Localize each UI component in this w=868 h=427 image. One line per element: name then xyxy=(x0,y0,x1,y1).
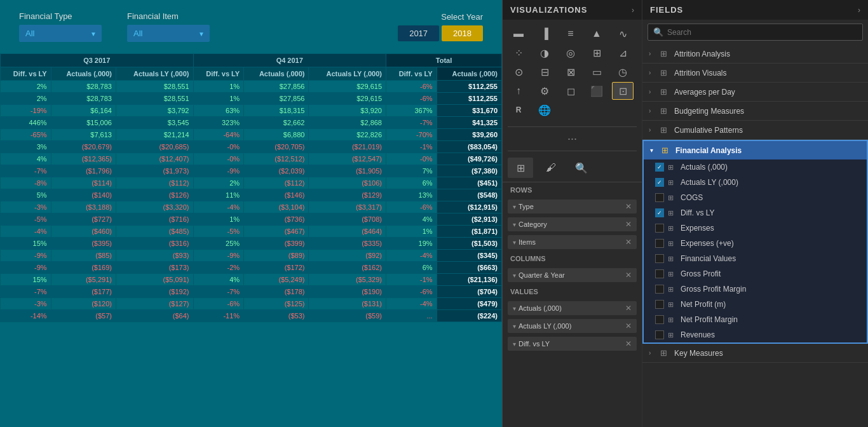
cell-ly1: ($20,685) xyxy=(116,141,193,153)
viz-stacked-bar-icon[interactable]: ≡ xyxy=(560,25,581,43)
financial-item-wrapper[interactable]: All Revenue Expenses xyxy=(127,25,210,42)
viz-shape-icon[interactable]: ◻ xyxy=(560,82,581,100)
values-diff-pill[interactable]: ▾ Diff. vs LY ✕ xyxy=(508,337,637,351)
viz-r-icon[interactable]: R xyxy=(508,101,529,119)
field-group-cumulative-header[interactable]: › ⊞ Cumulative Patterns xyxy=(642,121,868,139)
financial-item-select[interactable]: All Revenue Expenses xyxy=(127,25,210,42)
field-item-financial-values[interactable]: ⊞ Financial Values xyxy=(650,251,867,266)
diff-vs-ly-checkbox[interactable] xyxy=(655,208,664,217)
field-group-attrition-analysis-header[interactable]: › ⊞ Attrition Analysis xyxy=(642,44,868,63)
field-item-diff-vs-ly[interactable]: ⊞ Diff. vs LY xyxy=(650,205,867,220)
table-row: -7% ($177) ($192) -7% ($178) ($190) -6% … xyxy=(1,286,502,298)
financial-type-wrapper[interactable]: All Actual Budget xyxy=(19,25,102,42)
viz-card-icon[interactable]: ▭ xyxy=(586,63,607,81)
gross-profit-checkbox[interactable] xyxy=(655,269,664,278)
year-2017-btn[interactable]: 2017 xyxy=(398,25,439,41)
financial-values-checkbox[interactable] xyxy=(655,254,664,263)
viz-map-icon[interactable]: ⊙ xyxy=(508,63,529,81)
gross-profit-margin-checkbox[interactable] xyxy=(655,285,664,294)
viz-area-chart-icon[interactable]: ▲ xyxy=(586,25,607,43)
viz-selected-icon[interactable]: ⊡ xyxy=(612,82,634,100)
net-profit-m-checkbox[interactable] xyxy=(655,300,664,309)
viz-table-icon[interactable]: ⊟ xyxy=(534,63,555,81)
field-group-attrition-visuals-header[interactable]: › ⊞ Attrition Visuals xyxy=(642,64,868,82)
rows-category-remove[interactable]: ✕ xyxy=(625,220,632,229)
expenses-checkbox[interactable] xyxy=(655,224,664,233)
fields-expand-icon[interactable]: › xyxy=(858,6,860,15)
field-item-net-profit-margin[interactable]: ⊞ Net Profit Margin xyxy=(650,312,867,327)
values-actuals-ly-remove[interactable]: ✕ xyxy=(625,322,632,330)
values-actuals-remove[interactable]: ✕ xyxy=(625,304,632,313)
rows-items-remove[interactable]: ✕ xyxy=(625,238,632,247)
viz-scatter-icon[interactable]: ⁘ xyxy=(508,44,529,62)
cell-diff2: 63% xyxy=(193,105,244,117)
viz-bar-chart-icon[interactable]: ▬ xyxy=(508,25,529,43)
cell-diff3: 6% xyxy=(386,262,437,274)
values-actuals-ly-pill[interactable]: ▾ Actuals LY (,000) ✕ xyxy=(508,319,637,333)
viz-image-icon[interactable]: ⬛ xyxy=(586,82,607,100)
cell-total: ($1,871) xyxy=(437,226,501,238)
cell-total: ($479) xyxy=(437,298,501,310)
viz-treemap-icon[interactable]: ⊞ xyxy=(586,44,607,62)
net-profit-margin-field-icon: ⊞ xyxy=(668,316,677,324)
format-icon[interactable]: 🖌 xyxy=(538,158,564,178)
viz-column-chart-icon[interactable]: ▐ xyxy=(534,25,555,43)
cell-diff1: 15% xyxy=(1,238,51,250)
actuals-ly-checkbox[interactable] xyxy=(655,178,664,187)
viz-donut-icon[interactable]: ◎ xyxy=(560,44,581,62)
viz-slicer-icon[interactable]: ⚙ xyxy=(534,82,555,100)
values-diff-remove[interactable]: ✕ xyxy=(625,339,632,348)
filter-bar: Financial Type All Actual Budget Financi… xyxy=(0,0,502,53)
values-actuals-pill[interactable]: ▾ Actuals (,000) ✕ xyxy=(508,301,637,315)
field-group-key-measures-header[interactable]: › ⊞ Key Measures xyxy=(642,344,868,362)
actuals-checkbox[interactable] xyxy=(655,163,664,172)
field-item-net-profit-m[interactable]: ⊞ Net Profit (m) xyxy=(650,297,867,312)
field-item-expenses[interactable]: ⊞ Expenses xyxy=(650,220,867,236)
cell-act2: ($20,705) xyxy=(244,141,309,153)
rows-type-pill[interactable]: ▾ Type ✕ xyxy=(508,200,637,214)
columns-qy-pill[interactable]: ▾ Quarter & Year ✕ xyxy=(508,268,637,282)
cogs-checkbox[interactable] xyxy=(655,193,664,202)
viz-funnel-icon[interactable]: ⊿ xyxy=(612,44,634,62)
field-item-actuals[interactable]: ⊞ Actuals (,000) xyxy=(650,159,867,175)
viz-line-chart-icon[interactable]: ∿ xyxy=(612,25,634,43)
table-row: 2% $28,783 $28,551 1% $27,856 $29,615 -6… xyxy=(1,81,502,93)
viz-custom-icon[interactable]: 🌐 xyxy=(534,101,555,119)
rows-category-pill[interactable]: ▾ Category ✕ xyxy=(508,217,637,231)
gross-profit-field-icon: ⊞ xyxy=(668,270,677,278)
table-row: -5% ($727) ($716) 1% ($736) ($708) 4% ($… xyxy=(1,214,502,226)
viz-more[interactable]: ··· xyxy=(503,130,642,148)
rows-type-remove[interactable]: ✕ xyxy=(625,202,632,211)
expenses-ve-checkbox[interactable] xyxy=(655,239,664,248)
viz-pie-icon[interactable]: ◑ xyxy=(534,44,555,62)
field-group-budgeting-header[interactable]: › ⊞ Budgeting Measures xyxy=(642,102,868,120)
build-fields-icon[interactable]: ⊞ xyxy=(508,158,533,178)
field-item-gross-profit[interactable]: ⊞ Gross Profit xyxy=(650,266,867,281)
field-item-expenses-ve[interactable]: ⊞ Expenses (+ve) xyxy=(650,236,867,251)
viz-gauge-icon[interactable]: ◷ xyxy=(612,63,634,81)
field-item-cogs[interactable]: ⊞ COGS xyxy=(650,190,867,205)
columns-qy-remove[interactable]: ✕ xyxy=(625,271,632,280)
cell-act1: ($140) xyxy=(51,189,116,201)
search-input[interactable] xyxy=(667,28,857,37)
field-item-gross-profit-margin[interactable]: ⊞ Gross Profit Margin xyxy=(650,281,867,297)
viz-kpi-icon[interactable]: ↑ xyxy=(508,82,529,100)
revenues-checkbox[interactable] xyxy=(655,330,664,339)
analytics-icon[interactable]: 🔍 xyxy=(569,158,594,178)
cell-diff2: -4% xyxy=(193,201,244,214)
cell-act1: ($177) xyxy=(51,286,116,298)
field-group-financial-header[interactable]: ▾ ⊞ Financial Analysis xyxy=(644,141,867,159)
search-box[interactable]: 🔍 xyxy=(648,24,863,41)
field-group-averages-header[interactable]: › ⊞ Averages per Day xyxy=(642,83,868,101)
net-profit-margin-checkbox[interactable] xyxy=(655,315,664,324)
cell-ly2: $29,615 xyxy=(309,81,386,93)
visualizations-arrow[interactable]: › xyxy=(632,6,634,15)
year-2018-btn[interactable]: 2018 xyxy=(442,25,483,41)
cell-diff2: -0% xyxy=(193,153,244,165)
field-item-actuals-ly[interactable]: ⊞ Actuals LY (,000) xyxy=(650,175,867,190)
key-measures-arrow-icon: › xyxy=(649,349,656,356)
viz-matrix-icon[interactable]: ⊠ xyxy=(560,63,581,81)
field-item-revenues[interactable]: ⊞ Revenues xyxy=(650,327,867,342)
financial-type-select[interactable]: All Actual Budget xyxy=(19,25,102,42)
rows-items-pill[interactable]: ▾ Items ✕ xyxy=(508,235,637,249)
